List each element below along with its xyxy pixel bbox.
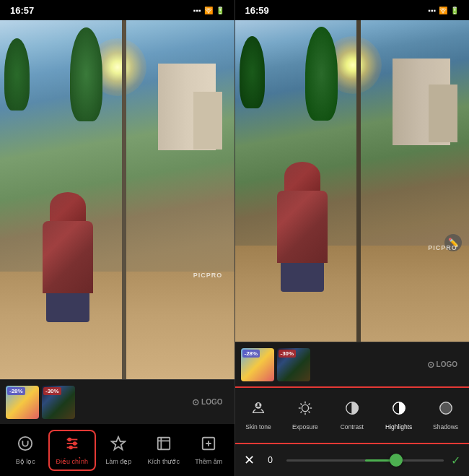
logo-text-left: LOGO	[201, 398, 222, 406]
person-body-left	[43, 221, 93, 293]
pole-right	[356, 20, 361, 342]
skin-tone-label: Skin tone	[245, 423, 271, 430]
status-time-right: 16:59	[245, 5, 269, 16]
logo-text-right: LOGO	[437, 360, 457, 368]
svg-line-18	[300, 403, 302, 404]
shadows-label: Shadows	[433, 423, 458, 430]
lam-dep-icon	[110, 436, 126, 455]
logo-right: ⊙ LOGO	[427, 360, 457, 370]
bottom-area-left: -28% -30% ⊙ LOGO	[0, 379, 234, 476]
tree-center-left	[70, 27, 102, 121]
filter-thumb-1-right[interactable]: -28%	[241, 348, 274, 381]
svg-point-12	[260, 404, 261, 406]
lam-dep-label: Làm đẹp	[105, 458, 131, 465]
skin-tone-icon	[250, 400, 266, 420]
tree-left	[4, 38, 30, 111]
svg-point-13	[302, 404, 308, 411]
signal-icon-right: ▪▪▪	[428, 7, 436, 14]
filter-thumb-2-right[interactable]: -30%	[277, 348, 310, 381]
person-legs-right	[281, 263, 324, 292]
tool-lam-dep[interactable]: Làm đẹp	[96, 431, 141, 469]
person-hood-left	[50, 192, 86, 221]
logo-area-left: ⊙ LOGO	[78, 397, 229, 407]
logo-circle-icon-right: ⊙	[427, 360, 434, 370]
edit-tool-shadows[interactable]: Shadows	[422, 397, 469, 433]
kich-thuoc-icon	[156, 436, 172, 455]
photo-scene-right: ✏️ PICPRO	[235, 20, 470, 342]
svg-rect-8	[158, 437, 170, 449]
edit-tool-highlights[interactable]: Highlights	[375, 397, 422, 433]
edit-tool-exposure[interactable]: Exposure	[281, 397, 328, 433]
logo-circle-icon: ⊙	[192, 397, 199, 407]
photo-scene-left: PICPRO	[0, 20, 234, 379]
edit-tool-contrast[interactable]: Contrast	[328, 397, 375, 433]
person-body-right	[277, 191, 328, 263]
status-bar-right: 16:59 ▪▪▪ 🛜 🔋	[235, 0, 470, 20]
filter-thumb-2-left[interactable]: -30%	[42, 386, 75, 419]
main-toolbar-left: Bộ lọc Điều chỉnh	[0, 424, 234, 476]
edit-tools-row: Skin tone Expo	[235, 386, 470, 444]
status-icons-right: ▪▪▪ 🛜 🔋	[428, 7, 459, 14]
edit-tool-skin-tone[interactable]: Skin tone	[235, 397, 282, 433]
contrast-label: Contrast	[341, 423, 364, 430]
svg-line-21	[300, 412, 302, 413]
building-small-right	[429, 85, 457, 142]
logo-left: ⊙ LOGO	[192, 397, 222, 407]
filter-thumb-1-left[interactable]: -28%	[6, 386, 39, 419]
svg-point-24	[439, 402, 452, 415]
status-bar-left: 16:57 ▪▪▪ 🛜 🔋	[0, 0, 234, 20]
right-panel: 16:59 ▪▪▪ 🛜 🔋 ✏️ PICPRO	[235, 0, 470, 476]
svg-marker-7	[112, 436, 125, 449]
filter-badge-1-right: -28%	[242, 350, 260, 358]
photo-right: ✏️ PICPRO	[235, 20, 470, 342]
highlights-icon	[391, 400, 407, 420]
left-panel: 16:57 ▪▪▪ 🛜 🔋 PICPRO	[0, 0, 234, 476]
highlights-label: Highlights	[385, 423, 412, 430]
person-hood-right	[284, 162, 320, 191]
slider-row: ✕ 0 ✓	[235, 444, 470, 476]
svg-point-6	[69, 446, 72, 449]
pole-left	[122, 20, 126, 379]
status-icons-left: ▪▪▪ 🛜 🔋	[193, 7, 224, 14]
them-am-icon	[201, 436, 216, 455]
kich-thuoc-label: Kích thước	[147, 458, 180, 465]
slider-cancel-button[interactable]: ✕	[244, 452, 255, 468]
filter-row-right: -28% -30% ⊙ LOGO	[235, 342, 470, 386]
tree-left-right	[240, 36, 265, 108]
logo-area-right: ⊙ LOGO	[313, 360, 464, 370]
tool-bo-loc[interactable]: Bộ lọc	[3, 431, 48, 469]
svg-point-4	[68, 438, 71, 441]
wifi-icon: 🛜	[204, 7, 213, 14]
battery-icon-right: 🔋	[450, 7, 459, 14]
watermark-right: PICPRO	[428, 244, 457, 251]
slider-track[interactable]	[286, 459, 444, 462]
filter-badge-2-right: -30%	[279, 350, 297, 358]
person-right	[270, 162, 335, 277]
tool-kich-thuoc[interactable]: Kích thước	[141, 431, 187, 469]
svg-point-5	[74, 442, 76, 445]
slider-thumb[interactable]	[390, 454, 403, 467]
dieu-chinh-label: Điều chỉnh	[56, 458, 88, 465]
them-am-label: Thêm âm	[195, 458, 222, 465]
tool-dieu-chinh[interactable]: Điều chỉnh	[48, 430, 97, 471]
filter-badge-2-left: -30%	[43, 387, 61, 395]
person-legs-left	[46, 293, 89, 322]
exposure-label: Exposure	[292, 423, 318, 430]
svg-point-11	[255, 404, 257, 406]
slider-value: 0	[262, 455, 279, 465]
tree-center-right	[305, 27, 338, 121]
filter-badge-1-left: -28%	[7, 387, 25, 395]
signal-icon: ▪▪▪	[193, 7, 201, 14]
tool-them-am[interactable]: Thêm âm	[186, 431, 232, 469]
shadows-icon	[438, 400, 454, 420]
svg-line-20	[308, 403, 310, 404]
bo-loc-icon	[17, 436, 33, 455]
filter-row-left: -28% -30% ⊙ LOGO	[0, 379, 234, 424]
bottom-area-right: -28% -30% ⊙ LOGO	[235, 342, 470, 476]
slider-confirm-button[interactable]: ✓	[451, 454, 460, 467]
wifi-icon-right: 🛜	[439, 7, 447, 14]
person-left	[35, 192, 100, 308]
contrast-icon	[344, 400, 360, 420]
exposure-icon	[297, 400, 313, 420]
svg-point-0	[19, 436, 32, 449]
